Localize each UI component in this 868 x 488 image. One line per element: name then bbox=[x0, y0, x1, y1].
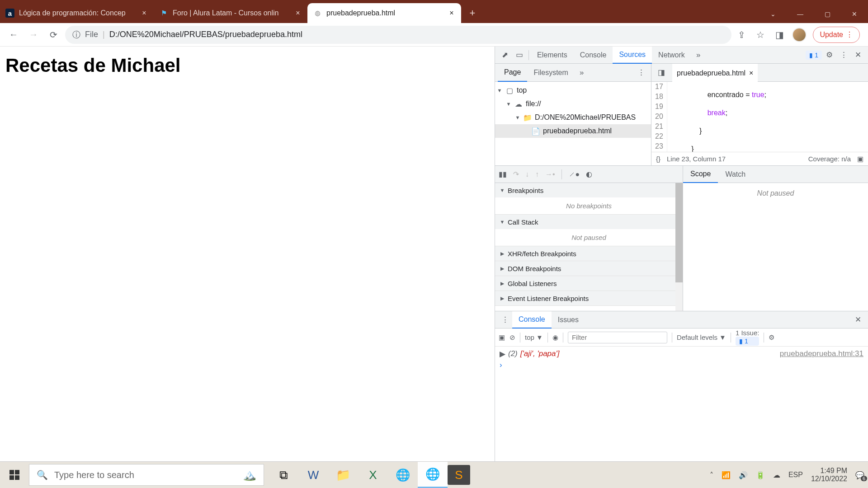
console-source-link[interactable]: pruebadeprueba.html:31 bbox=[780, 349, 863, 359]
global-listeners-section[interactable]: ▶Global Listeners bbox=[495, 276, 683, 291]
pretty-print-icon[interactable]: {} bbox=[656, 155, 660, 163]
console-settings-icon[interactable]: ⚙ bbox=[769, 333, 774, 342]
close-devtools-icon[interactable]: ✕ bbox=[851, 48, 865, 62]
live-expression-icon[interactable]: ◉ bbox=[552, 333, 558, 342]
settings-icon[interactable]: ⚙ bbox=[822, 48, 836, 62]
close-icon[interactable]: × bbox=[140, 9, 148, 17]
kebab-icon[interactable]: ⋮ bbox=[498, 313, 512, 327]
taskbar-search[interactable]: 🔍 Type here to search 🏔️ bbox=[29, 464, 264, 486]
sublime-icon[interactable]: S bbox=[448, 465, 470, 485]
issues-badge[interactable]: ▮ 1 bbox=[806, 51, 822, 60]
console-output[interactable]: ▶ (2) ['aji', 'papa'] pruebadeprueba.htm… bbox=[495, 347, 868, 461]
log-levels-selector[interactable]: Default levels ▼ bbox=[677, 333, 726, 341]
tab-scope[interactable]: Scope bbox=[683, 166, 718, 183]
kebab-icon[interactable]: ⋮ bbox=[836, 48, 851, 62]
step-out-icon[interactable]: ↑ bbox=[535, 170, 539, 178]
tab-network[interactable]: Network bbox=[652, 47, 691, 64]
pause-exceptions-icon[interactable]: ◐ bbox=[586, 170, 592, 178]
nav-tab-page[interactable]: Page bbox=[498, 64, 527, 82]
more-nav-tabs-icon[interactable]: » bbox=[575, 66, 589, 80]
side-panel-icon[interactable]: ◨ bbox=[773, 28, 786, 41]
deactivate-breakpoints-icon[interactable]: ⟋● bbox=[568, 170, 580, 178]
minimize-button[interactable]: ― bbox=[787, 5, 814, 23]
nav-tab-filesystem[interactable]: Filesystem bbox=[527, 64, 574, 82]
file-explorer-icon[interactable]: 📁 bbox=[328, 462, 358, 488]
issue-link[interactable]: 1 Issue: ▮ 1 bbox=[736, 329, 760, 346]
inspect-icon[interactable]: ⬈ bbox=[498, 48, 512, 62]
bookmark-icon[interactable]: ☆ bbox=[754, 28, 767, 41]
reload-button[interactable]: ⟳ bbox=[45, 27, 61, 43]
devtools-body: Page Filesystem » ⋮ ▼▢top ▼☁file:// ▼📁D:… bbox=[495, 64, 868, 461]
toggle-navigator-icon[interactable]: ◨ bbox=[654, 66, 669, 80]
onedrive-icon[interactable]: ☁ bbox=[773, 471, 780, 479]
taskbar-clock[interactable]: 1:49 PM 12/10/2022 bbox=[811, 467, 847, 483]
browser-tab-1[interactable]: ⚑ Foro | Alura Latam - Cursos onlin × bbox=[154, 3, 307, 23]
rendered-page: Recetas de Michael bbox=[0, 47, 495, 461]
maximize-button[interactable]: ▢ bbox=[814, 5, 841, 23]
language-indicator[interactable]: ESP bbox=[788, 471, 803, 479]
tree-folder[interactable]: ▼📁D:/ONE%20Michael/PRUEBAS bbox=[495, 111, 651, 124]
start-button[interactable] bbox=[0, 462, 29, 488]
tab-watch[interactable]: Watch bbox=[718, 166, 753, 183]
update-button[interactable]: Update ⋮ bbox=[813, 27, 860, 43]
share-icon[interactable]: ⇪ bbox=[735, 28, 748, 41]
word-icon[interactable]: W bbox=[298, 462, 328, 488]
dom-breakpoints-section[interactable]: ▶DOM Breakpoints bbox=[495, 261, 683, 276]
pause-icon[interactable]: ▮▮ bbox=[499, 170, 507, 178]
chrome-active-icon[interactable]: 🌐 bbox=[418, 462, 448, 488]
editor-tab[interactable]: pruebadeprueba.html × bbox=[672, 64, 758, 82]
scrollbar-thumb[interactable] bbox=[675, 183, 683, 282]
drawer-tab-console[interactable]: Console bbox=[512, 311, 552, 328]
close-icon[interactable]: × bbox=[448, 9, 456, 17]
coverage-toggle-icon[interactable]: ▣ bbox=[857, 155, 863, 163]
tray-overflow-icon[interactable]: ˄ bbox=[710, 471, 713, 479]
xhr-breakpoints-section[interactable]: ▶XHR/fetch Breakpoints bbox=[495, 246, 683, 261]
tab-console[interactable]: Console bbox=[574, 47, 613, 64]
breakpoints-section[interactable]: ▼Breakpoints No breakpoints bbox=[495, 183, 683, 215]
wifi-icon[interactable]: 📶 bbox=[722, 471, 731, 479]
browser-tab-0[interactable]: a Lógica de programación: Concep × bbox=[0, 3, 154, 23]
device-toggle-icon[interactable]: ▭ bbox=[512, 48, 527, 62]
back-button[interactable]: ← bbox=[5, 27, 22, 43]
step-over-icon[interactable]: ↷ bbox=[513, 170, 519, 178]
callstack-section[interactable]: ▼Call Stack Not paused bbox=[495, 215, 683, 246]
kebab-icon[interactable]: ⋮ bbox=[634, 66, 648, 80]
close-drawer-icon[interactable]: ✕ bbox=[851, 313, 865, 327]
more-tabs-icon[interactable]: » bbox=[691, 48, 706, 62]
clock-date: 12/10/2022 bbox=[811, 475, 847, 483]
browser-tab-2[interactable]: ◍ pruebadeprueba.html × bbox=[307, 3, 461, 23]
clear-console-icon[interactable]: ⊘ bbox=[509, 333, 515, 342]
chrome-icon[interactable]: 🌐 bbox=[388, 462, 418, 488]
code-editor[interactable]: 17181920212223 encontrado = true; break;… bbox=[651, 82, 868, 152]
forward-button[interactable]: → bbox=[25, 27, 42, 43]
battery-icon[interactable]: 🔋 bbox=[756, 471, 765, 479]
notifications-icon[interactable]: 💬6 bbox=[855, 471, 864, 479]
console-message[interactable]: ▶ (2) ['aji', 'papa'] pruebadeprueba.htm… bbox=[500, 348, 863, 360]
step-icon[interactable]: →• bbox=[545, 170, 555, 178]
tab-search-icon[interactable]: ⌄ bbox=[760, 5, 787, 23]
tree-scheme[interactable]: ▼☁file:// bbox=[495, 97, 651, 111]
event-listener-section[interactable]: ▶Event Listener Breakpoints bbox=[495, 291, 683, 306]
console-prompt[interactable]: › bbox=[500, 360, 863, 371]
console-filter-input[interactable] bbox=[568, 332, 667, 343]
url-input[interactable]: ⓘ File | D:/ONE%20Michael/PRUEBAS/prueba… bbox=[65, 26, 731, 44]
info-icon[interactable]: ⓘ bbox=[72, 29, 80, 40]
drawer-tab-issues[interactable]: Issues bbox=[552, 311, 585, 328]
close-window-button[interactable]: ✕ bbox=[841, 5, 868, 23]
context-selector[interactable]: top ▼ bbox=[525, 333, 543, 341]
tree-top[interactable]: ▼▢top bbox=[495, 84, 651, 97]
new-tab-button[interactable]: + bbox=[464, 5, 481, 22]
navigator-tabs: Page Filesystem » ⋮ bbox=[495, 64, 651, 82]
tree-file[interactable]: 📄pruebadeprueba.html bbox=[495, 124, 651, 138]
tab-elements[interactable]: Elements bbox=[531, 47, 574, 64]
tab-sources[interactable]: Sources bbox=[613, 47, 652, 64]
step-into-icon[interactable]: ↓ bbox=[525, 170, 529, 178]
task-view-icon[interactable]: ⧉ bbox=[269, 462, 298, 488]
toggle-sidebar-icon[interactable]: ▣ bbox=[499, 333, 505, 342]
profile-avatar[interactable] bbox=[792, 28, 807, 42]
excel-icon[interactable]: X bbox=[358, 462, 388, 488]
close-icon[interactable]: × bbox=[294, 9, 302, 17]
expand-icon[interactable]: ▶ bbox=[500, 349, 505, 359]
close-icon[interactable]: × bbox=[749, 69, 753, 77]
volume-icon[interactable]: 🔊 bbox=[739, 471, 748, 479]
